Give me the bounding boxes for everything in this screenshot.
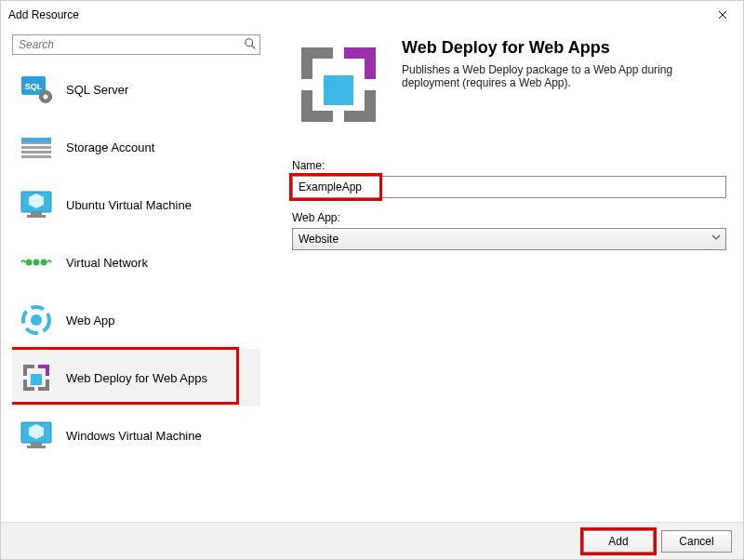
webapp-icon [18, 301, 55, 339]
webdeploy-icon [18, 359, 55, 396]
name-input[interactable] [292, 176, 726, 198]
resource-label: Web Deploy for Web Apps [66, 371, 207, 385]
vnet-icon [18, 244, 55, 281]
webapp-select[interactable]: Website [292, 228, 726, 250]
detail-title: Web Deploy for Web Apps [402, 38, 726, 58]
chevron-down-icon [711, 234, 721, 240]
resource-item-webapp[interactable]: Web App [12, 291, 260, 349]
svg-rect-7 [49, 95, 52, 99]
ubuntu-vm-icon [18, 186, 55, 223]
svg-rect-12 [21, 153, 51, 155]
svg-rect-9 [21, 138, 51, 142]
webapp-select-wrap: Website [292, 228, 726, 250]
webdeploy-large-icon [292, 38, 385, 131]
svg-rect-21 [31, 374, 42, 385]
resource-item-storage[interactable]: Storage Account [12, 118, 260, 176]
close-button[interactable] [701, 1, 743, 29]
dialog-title: Add Resource [8, 8, 79, 21]
cancel-button[interactable]: Cancel [661, 530, 732, 553]
sql-server-icon: SQL [18, 71, 55, 108]
add-button[interactable]: Add [583, 530, 654, 553]
detail-header-text: Web Deploy for Web Apps Publishes a Web … [402, 38, 726, 131]
resource-label: Windows Virtual Machine [66, 429, 202, 443]
resource-label: Ubuntu Virtual Machine [66, 198, 192, 212]
search-field-wrap [12, 34, 260, 55]
svg-rect-6 [39, 95, 42, 99]
svg-line-1 [252, 46, 256, 49]
svg-rect-25 [324, 75, 353, 105]
resource-list-panel: SQL SQL Server Storage Account Ubuntu Vi… [1, 29, 264, 522]
search-input[interactable] [12, 34, 260, 55]
svg-point-17 [33, 260, 40, 266]
resource-detail-panel: Web Deploy for Web Apps Publishes a Web … [264, 29, 743, 522]
svg-point-5 [44, 95, 48, 100]
storage-icon [18, 128, 55, 166]
svg-text:SQL: SQL [25, 82, 43, 91]
windows-vm-icon [18, 417, 55, 454]
svg-point-0 [246, 39, 253, 47]
close-icon [718, 10, 727, 20]
resource-label: Storage Account [66, 140, 154, 154]
resource-item-sql-server[interactable]: SQL SQL Server [12, 60, 260, 118]
name-label: Name: [292, 159, 726, 172]
dialog-footer: Add Cancel [1, 522, 743, 559]
webapp-select-value: Website [299, 233, 339, 246]
search-icon [244, 37, 257, 50]
detail-description: Publishes a Web Deploy package to a Web … [402, 63, 726, 89]
resource-label: Virtual Network [66, 256, 148, 270]
resource-label: Web App [66, 313, 115, 327]
svg-rect-23 [31, 443, 42, 446]
svg-rect-24 [27, 446, 46, 448]
svg-rect-15 [27, 215, 46, 218]
titlebar: Add Resource [1, 1, 743, 29]
svg-rect-11 [21, 149, 51, 151]
webapp-label: Web App: [292, 211, 726, 224]
dialog-content: SQL SQL Server Storage Account Ubuntu Vi… [1, 29, 743, 522]
svg-point-16 [26, 260, 33, 266]
detail-header: Web Deploy for Web Apps Publishes a Web … [292, 38, 726, 131]
resource-item-windows-vm[interactable]: Windows Virtual Machine [12, 407, 260, 464]
svg-rect-10 [21, 144, 51, 146]
svg-rect-14 [31, 212, 42, 215]
resource-label: SQL Server [66, 83, 128, 97]
svg-point-20 [31, 314, 42, 326]
resource-item-ubuntu-vm[interactable]: Ubuntu Virtual Machine [12, 176, 260, 233]
svg-point-18 [41, 260, 47, 266]
resource-item-webdeploy[interactable]: Web Deploy for Web Apps [12, 349, 260, 407]
resource-list[interactable]: SQL SQL Server Storage Account Ubuntu Vi… [12, 60, 260, 516]
resource-item-vnet[interactable]: Virtual Network [12, 233, 260, 291]
